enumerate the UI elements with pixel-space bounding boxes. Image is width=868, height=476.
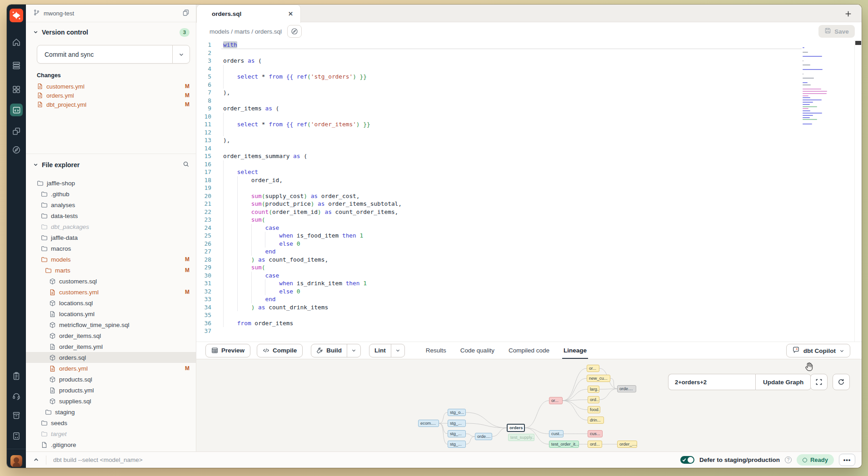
command-input[interactable] xyxy=(46,456,680,463)
file-tree-item-customers.sql[interactable]: customers.sql xyxy=(26,276,196,287)
lineage-node-test_order_it[interactable]: test_order_it... xyxy=(549,441,579,448)
search-icon[interactable] xyxy=(183,161,190,169)
file-tree-item-staging[interactable]: staging xyxy=(26,407,196,417)
file-tree-item-locations.yml[interactable]: locations.yml xyxy=(26,308,196,319)
changed-file-orders.yml[interactable]: orders.ymlM xyxy=(37,91,191,100)
commit-and-sync-button[interactable]: Commit and sync xyxy=(37,45,190,64)
tab-results[interactable]: Results xyxy=(426,342,446,359)
tasks-icon[interactable] xyxy=(12,372,21,381)
scrollbar-thumb[interactable] xyxy=(855,41,861,45)
file-tree-item-supplies.sql[interactable]: supplies.sql xyxy=(26,396,196,407)
lineage-node-orde[interactable]: orde.... xyxy=(475,433,492,440)
new-tab-button[interactable] xyxy=(843,8,853,19)
code-line-31[interactable]: 31when is_drink_item then 1 xyxy=(196,279,862,288)
code-line-1[interactable]: 1with xyxy=(196,41,862,49)
code-line-14[interactable]: 14 xyxy=(196,144,862,153)
code-line-19[interactable]: 19 xyxy=(196,184,862,192)
tab-compiled-code[interactable]: Compiled code xyxy=(509,342,549,359)
code-line-12[interactable]: 12 xyxy=(196,129,862,137)
close-icon[interactable]: ✕ xyxy=(288,10,293,17)
file-explorer-title[interactable]: File explorer xyxy=(42,161,80,169)
file-tree-item-macros[interactable]: macros xyxy=(26,243,196,254)
lineage-node-ord[interactable]: ord... xyxy=(588,396,599,403)
lineage-node-food[interactable]: food... xyxy=(588,406,600,413)
version-control-title[interactable]: Version control xyxy=(42,29,88,36)
file-tree-item-dbt_packages[interactable]: dbt_packages xyxy=(26,221,196,232)
lineage-node-orders[interactable]: orders xyxy=(507,424,525,432)
minimap[interactable] xyxy=(803,47,832,128)
code-line-7[interactable]: 7), xyxy=(196,89,862,97)
code-line-36[interactable]: 36from order_items xyxy=(196,319,862,327)
build-options-chevron[interactable] xyxy=(347,344,360,357)
lineage-node-orde[interactable]: orde.... xyxy=(617,385,636,392)
lineage-node-stg_[interactable]: stg_... xyxy=(448,430,466,437)
chevron-down-icon[interactable] xyxy=(33,29,38,36)
file-tree-item-.github[interactable]: .github xyxy=(26,188,196,199)
file-tree-item-orders.sql[interactable]: orders.sql xyxy=(26,352,196,363)
build-button[interactable]: Build xyxy=(311,344,347,357)
file-tree-item-customers.yml[interactable]: customers.ymlM xyxy=(26,287,196,298)
file-tree-item-seeds[interactable]: seeds xyxy=(26,417,196,428)
refresh-icon[interactable] xyxy=(833,374,850,390)
code-line-10[interactable]: 10 xyxy=(196,113,862,121)
file-tree-item-products.yml[interactable]: products.yml xyxy=(26,385,196,396)
lineage-node-stg_[interactable]: stg_... xyxy=(448,441,466,448)
support-icon[interactable] xyxy=(12,392,21,401)
code-line-29[interactable]: 29sum( xyxy=(196,263,862,272)
code-line-15[interactable]: 15order_items_summary as ( xyxy=(196,152,862,160)
deploy-icon[interactable] xyxy=(12,61,21,70)
lint-button[interactable]: Lint xyxy=(369,344,391,357)
open-in-explorer-button[interactable] xyxy=(287,25,302,38)
code-line-8[interactable]: 8 xyxy=(196,97,862,105)
lineage-node-or[interactable]: or... xyxy=(549,397,563,404)
code-line-11[interactable]: 11select * from {{ ref('order_items') }} xyxy=(196,120,862,129)
info-icon[interactable]: ? xyxy=(785,456,792,463)
code-line-25[interactable]: 25when is_food_item then 1 xyxy=(196,232,862,240)
dbt-logo-icon[interactable] xyxy=(10,9,23,22)
code-line-32[interactable]: 32else 0 xyxy=(196,288,862,296)
lineage-node-or[interactable]: or... xyxy=(587,365,599,372)
code-line-27[interactable]: 27end xyxy=(196,248,862,256)
branch-name[interactable]: mwong-test xyxy=(44,10,74,17)
code-editor[interactable]: 1with23orders as (45select * from {{ ref… xyxy=(196,40,862,342)
code-line-37[interactable]: 37 xyxy=(196,327,862,335)
defer-toggle[interactable] xyxy=(680,456,694,464)
update-graph-button[interactable]: Update Graph xyxy=(755,374,811,390)
apps-icon[interactable] xyxy=(12,85,21,94)
lineage-node-stg_o[interactable]: stg_o... xyxy=(448,409,466,416)
code-line-35[interactable]: 35 xyxy=(196,311,862,319)
code-line-34[interactable]: 34) as count_drink_items xyxy=(196,303,862,312)
file-tree-item-order_items.sql[interactable]: order_items.sql xyxy=(26,330,196,341)
code-line-26[interactable]: 26else 0 xyxy=(196,240,862,248)
changed-file-dbt_project.yml[interactable]: dbt_project.ymlM xyxy=(37,100,191,109)
lineage-node-ecom[interactable]: ecom.... xyxy=(418,420,439,427)
chevron-down-icon[interactable] xyxy=(33,161,38,169)
tab-code-quality[interactable]: Code quality xyxy=(460,342,494,359)
code-line-16[interactable]: 16 xyxy=(196,160,862,169)
code-line-20[interactable]: 20sum(supply_cost) as order_cost, xyxy=(196,192,862,200)
code-line-18[interactable]: 18order_id, xyxy=(196,176,862,184)
file-tree-item-models[interactable]: modelsM xyxy=(26,254,196,265)
code-line-2[interactable]: 2 xyxy=(196,49,862,57)
compare-icon[interactable] xyxy=(12,127,21,136)
code-line-5[interactable]: 5select * from {{ ref('stg_orders') }} xyxy=(196,73,862,81)
develop-icon[interactable] xyxy=(10,104,23,116)
commit-options-chevron[interactable] xyxy=(172,45,190,63)
lineage-node-new_cu[interactable]: new_cu... xyxy=(587,375,610,382)
fullscreen-icon[interactable] xyxy=(810,374,828,390)
lineage-node-ord[interactable]: ord... xyxy=(588,441,602,448)
dbt-copilot-button[interactable]: dbt Copilot xyxy=(786,344,850,357)
code-line-22[interactable]: 22count(order_item_id) as count_order_it… xyxy=(196,208,862,216)
code-line-24[interactable]: 24case xyxy=(196,224,862,232)
file-tree-item-locations.sql[interactable]: locations.sql xyxy=(26,298,196,308)
file-tree-item-target[interactable]: target xyxy=(26,428,196,439)
lint-options-chevron[interactable] xyxy=(391,344,404,357)
code-line-21[interactable]: 21sum(product_price) as order_items_subt… xyxy=(196,200,862,208)
status-badge[interactable]: Ready xyxy=(797,454,834,466)
tab-lineage[interactable]: Lineage xyxy=(564,342,587,359)
file-tree-item-.gitignore[interactable]: .gitignore xyxy=(26,439,196,450)
code-line-28[interactable]: 28) as count_food_items, xyxy=(196,256,862,264)
file-tree-item-orders.yml[interactable]: orders.ymlM xyxy=(26,363,196,374)
archive-icon[interactable] xyxy=(12,411,21,420)
user-avatar[interactable] xyxy=(10,455,22,467)
